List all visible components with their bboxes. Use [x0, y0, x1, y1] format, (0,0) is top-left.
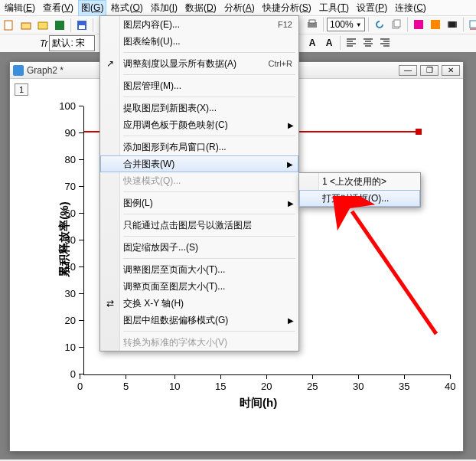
menu-p[interactable]: 设置(P) [354, 0, 390, 16]
font-color-button[interactable]: A [305, 35, 320, 51]
y-tick: 30 [54, 288, 83, 299]
y-tick-label: 10 [54, 342, 79, 353]
open-excel-button[interactable] [52, 18, 67, 33]
x-tick-label: 20 [261, 381, 272, 392]
menu-item-label: 添加图形到布局窗口(R)... [123, 141, 227, 154]
bold-button[interactable]: A [321, 35, 337, 51]
menu-item[interactable]: ⇄交换 X-Y 轴(H) [100, 295, 298, 312]
submenu-arrow-icon: ▶ [288, 121, 294, 129]
x-tick: 0 [77, 374, 83, 392]
align-left-button[interactable] [344, 35, 359, 51]
new-project-button[interactable] [2, 18, 17, 33]
menu-item[interactable]: 图表绘制(U)... [100, 33, 298, 50]
submenu-item[interactable]: 打开对话框(O)... [299, 190, 420, 207]
open-button[interactable] [35, 18, 51, 33]
menu-item: 转换为标准的字体大小(V) [100, 334, 298, 351]
svg-rect-0 [5, 21, 12, 30]
y-tick: 90 [54, 127, 83, 139]
menu-separator [123, 136, 295, 136]
zoom-selector[interactable]: 100% ▼ [327, 18, 365, 31]
menu-item[interactable]: 调整页面至图层大小(T)... [100, 278, 298, 295]
menu-item-label: 合并图表(W) [123, 158, 174, 171]
menu-item-label: 图层内容(E)... [123, 18, 180, 31]
svg-rect-14 [448, 21, 449, 28]
copy-page-button[interactable] [389, 17, 404, 32]
menu-g[interactable]: 图(G) [78, 0, 106, 16]
menu-separator [123, 74, 295, 75]
menu-separator [123, 214, 295, 214]
menu-item[interactable]: 图层中组数据偏移模式(G)▶ [100, 312, 298, 329]
video-button[interactable] [445, 17, 460, 32]
y-axis [83, 106, 84, 374]
maximize-button[interactable]: ❐ [420, 65, 439, 76]
y-tick-label: 0 [54, 368, 79, 380]
menu-e[interactable]: 编辑(E) [2, 0, 38, 16]
layer-indicator[interactable]: 1 [15, 83, 28, 96]
y-tick-label: 90 [54, 127, 79, 139]
menu-item[interactable]: 应用调色板于颜色映射(C)▶ [100, 116, 298, 133]
menu-item-label: 图层中组数据偏移模式(G) [123, 314, 228, 327]
menu-item-label: 应用调色板于颜色映射(C) [123, 119, 228, 132]
x-tick-label: 35 [399, 381, 409, 392]
menu-item[interactable]: 提取图层到新图表(X)... [100, 100, 298, 116]
menu-item-label: 调整页面至图层大小(T)... [123, 280, 225, 293]
window-orange-button[interactable] [428, 17, 443, 32]
submenu-item[interactable]: 1 <上次使用的> [299, 173, 420, 190]
font-selector[interactable]: 默认: 宋 [49, 35, 95, 51]
menu-d[interactable]: 数据(D) [182, 0, 220, 16]
y-tick-label: 20 [54, 315, 79, 326]
y-tick: 20 [54, 315, 83, 326]
menu-c[interactable]: 连接(C) [392, 0, 429, 16]
close-button[interactable]: ✕ [442, 65, 460, 76]
menu-item[interactable]: 合并图表(W)▶ [100, 155, 298, 172]
x-tick-label: 40 [445, 381, 455, 392]
window-icon [13, 65, 24, 76]
x-tick-label: 25 [307, 381, 318, 392]
merge-submenu: 1 <上次使用的>打开对话框(O)... [298, 172, 421, 208]
menu-i[interactable]: 添加(I) [148, 0, 181, 16]
menu-t[interactable]: 工具(T) [316, 0, 352, 16]
x-tick-label: 10 [169, 381, 180, 392]
save-button[interactable] [74, 18, 90, 33]
menu-item[interactable]: 图层内容(E)...F12 [100, 16, 298, 33]
x-tick: 20 [261, 374, 272, 392]
menu-item[interactable]: 只能通过点击图层号以激活图层 [100, 217, 298, 234]
svg-rect-2 [38, 22, 47, 29]
zoom-value: 100% [330, 19, 354, 30]
window-magenta-button[interactable] [411, 17, 426, 32]
menu-item[interactable]: ↗调整刻度以显示所有数据(A)Ctrl+R [100, 55, 298, 72]
submenu-arrow-icon: ▶ [288, 199, 294, 208]
swap-xy-icon: ⇄ [105, 298, 116, 309]
menu-item[interactable]: 图例(L)▶ [100, 195, 298, 211]
menu-item[interactable]: 图层管理(M)... [100, 77, 298, 94]
menu-item[interactable]: 固定缩放因子...(S) [100, 239, 298, 256]
menu-s[interactable]: 快捷分析(S) [259, 0, 315, 16]
x-axis-label: 时间(h) [240, 396, 277, 410]
svg-rect-3 [55, 21, 64, 30]
menu-v[interactable]: 查看(V) [40, 0, 77, 16]
align-center-button[interactable] [360, 35, 376, 51]
new-folder-button[interactable] [18, 18, 34, 33]
svg-rect-15 [455, 21, 457, 28]
menu-a[interactable]: 分析(A) [221, 0, 258, 16]
svg-rect-5 [79, 25, 85, 29]
menu-separator [123, 331, 295, 332]
svg-rect-11 [414, 20, 423, 29]
align-right-button[interactable] [377, 35, 393, 51]
x-tick: 40 [445, 374, 455, 392]
rescale-icon: ↗ [105, 58, 116, 69]
menu-o[interactable]: 格式(O) [108, 0, 145, 16]
svg-rect-1 [21, 23, 31, 29]
menu-item-label: 图层管理(M)... [123, 80, 181, 93]
y-tick: 100 [54, 100, 83, 112]
y-tick: 80 [54, 154, 83, 165]
print-button[interactable] [305, 17, 320, 32]
menu-item[interactable]: 添加图形到布局窗口(R)... [100, 139, 298, 155]
y-tick-label: 70 [54, 181, 79, 192]
y-tick-label: 100 [54, 100, 79, 112]
menu-separator [123, 52, 295, 53]
refresh-button[interactable] [372, 17, 387, 32]
menu-item[interactable]: 调整图层至页面大小(T)... [100, 261, 298, 278]
minimize-button[interactable]: — [399, 65, 417, 76]
slideshow-button[interactable] [467, 17, 476, 32]
